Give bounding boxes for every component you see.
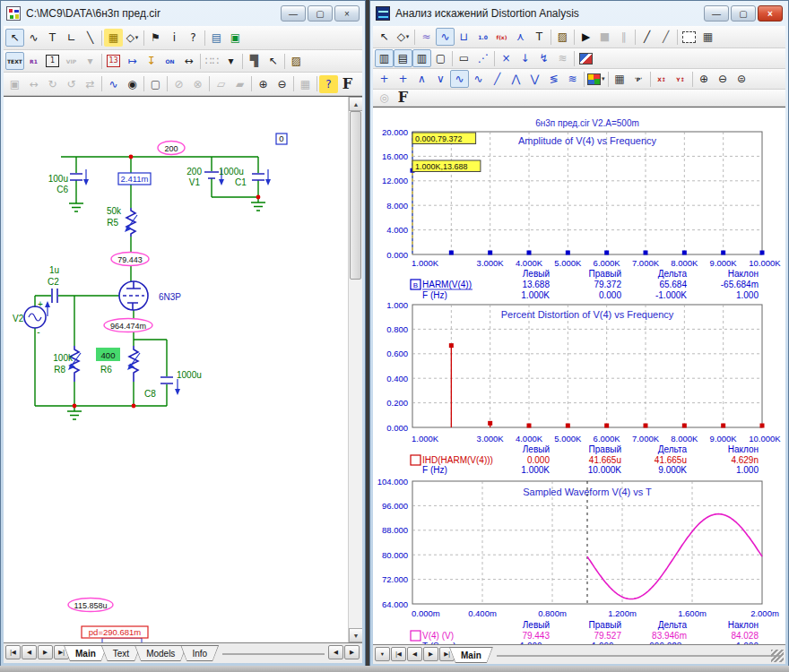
digital-plot-icon[interactable]: 1.0: [473, 28, 492, 46]
line-tool-icon[interactable]: ╲: [81, 29, 100, 47]
pin-numbers-icon[interactable]: 1: [43, 52, 62, 70]
zoom-out-icon[interactable]: ⊖: [273, 75, 291, 93]
add-tag-icon[interactable]: ↓: [516, 49, 534, 67]
first-page-button[interactable]: |◀: [391, 647, 406, 661]
prev-wave-icon[interactable]: ∿: [469, 70, 488, 88]
analysis-plot-area[interactable]: 6н3п пред.cir V2.A=500m20.00016.00012.00…: [373, 107, 785, 644]
cursor-right-icon[interactable]: +: [394, 70, 412, 88]
box-zoom-icon[interactable]: ▦: [296, 75, 315, 93]
info-tool-icon[interactable]: i: [165, 29, 184, 47]
sheet-info-icon[interactable]: ▤: [207, 29, 226, 47]
next-page-button[interactable]: ▶: [423, 647, 438, 661]
label-p-icon[interactable]: 'P': [629, 70, 648, 88]
font-icon[interactable]: F: [394, 89, 412, 107]
plot-region[interactable]: [412, 132, 762, 254]
find-wave-icon[interactable]: ∿: [104, 75, 123, 93]
schematic-window-titlebar[interactable]: C:\MC9\DATA\6н3п пред.cir —▢×: [1, 1, 365, 26]
panel-none-icon[interactable]: ▢: [431, 49, 450, 67]
schematic-drawing[interactable]: 100uC650kR5200V11000uC11uC2V26N3P100kR8R…: [4, 97, 346, 646]
sheet-color-icon[interactable]: ▣: [226, 29, 245, 47]
line-tool-icon[interactable]: ╱: [637, 28, 656, 46]
scatter-plot-icon[interactable]: ⋰: [473, 49, 492, 67]
show-attributes-icon[interactable]: R1: [24, 52, 43, 70]
waveform-name[interactable]: HARM(V(4)): [422, 280, 472, 289]
font-icon[interactable]: F: [338, 75, 357, 93]
text-tool-icon[interactable]: T: [43, 29, 62, 47]
charts-canvas[interactable]: 6н3п пред.cir V2.A=500m20.00016.00012.00…: [373, 108, 785, 651]
shape-tool-icon[interactable]: ◇▾: [123, 29, 142, 47]
x-scale-icon[interactable]: X↕: [653, 70, 672, 88]
select-tool-icon[interactable]: ↖: [5, 29, 24, 47]
info-mode-icon[interactable]: ⊘: [169, 75, 188, 93]
next-page-button[interactable]: ▶: [38, 645, 53, 659]
next-wave-icon[interactable]: ∿: [450, 70, 469, 88]
first-page-button[interactable]: |◀: [5, 645, 21, 659]
tab-models[interactable]: Models: [134, 645, 186, 661]
properties-icon[interactable]: ▨: [553, 28, 572, 46]
formula-icon[interactable]: f(x): [492, 28, 511, 46]
properties-icon[interactable]: ▨: [287, 52, 306, 70]
copy-icon[interactable]: ▱: [212, 75, 230, 93]
shape-tool-icon-dropdown[interactable]: ▾: [406, 33, 410, 40]
flip-icon[interactable]: ⇄: [81, 75, 100, 93]
select-region-icon[interactable]: [680, 28, 698, 46]
component-tool-icon[interactable]: ▦: [104, 29, 123, 47]
y-scale-icon[interactable]: Y↕: [672, 70, 690, 88]
split-window-icon[interactable]: ▜: [245, 52, 264, 70]
zoom-window-icon[interactable]: ⊜: [733, 70, 751, 88]
capacitor-c8[interactable]: [160, 377, 173, 383]
fft-icon[interactable]: ⋏: [511, 28, 530, 46]
delete-cursor-icon[interactable]: ×: [497, 49, 516, 67]
select-tool-icon[interactable]: ↖: [375, 28, 394, 46]
measure-icon[interactable]: ↔: [179, 52, 198, 70]
prev-page-button[interactable]: ◀: [407, 647, 422, 661]
capacitor-c1[interactable]: [252, 174, 264, 180]
scroll-up-button[interactable]: ▲: [349, 97, 362, 111]
box-select-icon[interactable]: ▣: [5, 75, 24, 93]
ortho-wire-tool-icon[interactable]: ∟: [62, 29, 81, 47]
close-button[interactable]: ×: [334, 5, 360, 22]
zoom-out-icon[interactable]: ⊖: [714, 70, 733, 88]
maximize-button[interactable]: ▢: [731, 5, 756, 22]
tab-info[interactable]: Info: [180, 645, 219, 661]
tab-main[interactable]: Main: [449, 647, 493, 663]
zoom-in-icon[interactable]: ⊕: [695, 70, 714, 88]
schematic-vscrollbar[interactable]: ▲ ▼: [348, 97, 362, 642]
grid-dots-icon[interactable]: ∷∷: [203, 52, 221, 70]
smooth-curve-icon[interactable]: ≈: [417, 28, 436, 46]
panel-horizontal-icon[interactable]: ▤: [394, 49, 412, 67]
panel-both-icon[interactable]: ▥: [412, 49, 431, 67]
scrollbar-thumb[interactable]: [350, 111, 361, 280]
minimize-button[interactable]: —: [704, 5, 729, 22]
color-dropdown-icon-dropdown[interactable]: ▾: [602, 75, 605, 82]
valley-icon[interactable]: ∨: [431, 70, 450, 88]
capacitor-c6[interactable]: [70, 174, 82, 180]
maximize-button[interactable]: ▢: [308, 5, 333, 22]
node-voltages-icon[interactable]: ↦: [123, 52, 142, 70]
stop-icon[interactable]: ■: [595, 28, 614, 46]
cursor-left-icon[interactable]: +: [375, 70, 394, 88]
resize-grip[interactable]: [771, 650, 784, 662]
node-numbers-icon[interactable]: 13: [104, 52, 123, 70]
inflection-icon[interactable]: ╱: [488, 70, 507, 88]
plot-region[interactable]: [412, 305, 762, 427]
analysis-window-titlebar[interactable]: Анализ искажений Distortion Analysis —▢×: [370, 1, 788, 26]
color-dropdown-icon[interactable]: ▾: [586, 70, 606, 88]
node-currents-icon[interactable]: ↧: [142, 52, 160, 70]
tab-text[interactable]: Text: [101, 645, 141, 661]
pin-names-icon[interactable]: VIP: [62, 52, 81, 70]
paste-icon[interactable]: ▰: [230, 75, 249, 93]
tab-main[interactable]: Main: [64, 645, 108, 661]
resistor-r5[interactable]: [126, 208, 135, 237]
text-tool-icon[interactable]: T: [530, 28, 549, 46]
help-point-icon[interactable]: ?: [184, 29, 203, 47]
power-on-icon[interactable]: ON: [160, 52, 179, 70]
prev-page-button[interactable]: ◀: [22, 645, 37, 659]
preview-icon[interactable]: ▢: [146, 75, 165, 93]
plot-region[interactable]: [412, 481, 762, 604]
flag-tool-icon[interactable]: ⚑: [146, 29, 165, 47]
wire-tool-icon[interactable]: ∿: [24, 29, 43, 47]
globe-icon[interactable]: ◎: [375, 89, 394, 107]
schematic-canvas[interactable]: 100uC650kR5200V11000uC11uC2V26N3P100kR8R…: [4, 96, 362, 642]
tab-dropdown-button[interactable]: ▾: [375, 647, 390, 661]
